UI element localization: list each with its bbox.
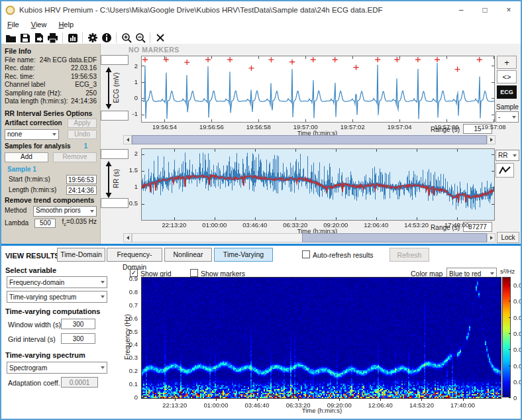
menu-help[interactable]: Help xyxy=(52,21,79,28)
add-sample-button[interactable]: Add xyxy=(5,152,48,162)
open-file-button[interactable] xyxy=(4,31,18,44)
window-width-input[interactable] xyxy=(61,319,95,329)
computations-title: Time-varying computations xyxy=(5,307,100,315)
title-bar: Kubios HRV Premium - C:\Users\Mika\Googl… xyxy=(1,1,521,19)
floppy-icon xyxy=(20,33,30,43)
folder-icon xyxy=(5,33,17,43)
adaptation-coeff-label: Adaptation coeff. xyxy=(8,379,60,387)
lambda-input[interactable] xyxy=(34,219,56,228)
samples-for-analysis-label: Samples for analysis xyxy=(5,142,71,151)
apply-button[interactable]: Apply xyxy=(68,119,97,128)
rr-ylabel: RR (s) xyxy=(113,152,120,205)
gear-icon xyxy=(87,32,98,43)
colorbar-unit-label: s²/Hz xyxy=(500,268,515,275)
rr-scrollbar-thumb[interactable] xyxy=(302,233,487,242)
method-select[interactable]: Smoothn priors xyxy=(33,206,97,217)
save-button[interactable] xyxy=(18,31,32,44)
select-variable-title: Select variable xyxy=(5,266,56,274)
preferences-button[interactable] xyxy=(85,31,99,44)
lambda-label: Lambda xyxy=(5,219,28,228)
close-x-icon xyxy=(156,33,165,42)
chevron-down-icon xyxy=(513,154,517,157)
chevron-down-icon xyxy=(101,281,105,284)
show-markers-checkbox[interactable] xyxy=(190,269,198,277)
remove-trend-title: Remove trend components xyxy=(5,196,97,205)
zoom-in-button[interactable] xyxy=(119,31,133,44)
artifact-correction-select[interactable]: none xyxy=(5,129,59,140)
close-file-button[interactable] xyxy=(153,31,167,44)
menu-view[interactable]: View xyxy=(25,21,53,28)
rr-scroll-right-arrow[interactable] xyxy=(487,233,496,242)
ecg-ylabel: ECG (mV) xyxy=(113,62,120,115)
colorbar xyxy=(502,277,511,397)
artifact-correction-label: Artifact correction xyxy=(5,119,62,128)
trend-view-button[interactable] xyxy=(496,163,514,178)
file-info-row: Data length (h:min:s):24:14:36 xyxy=(5,97,97,106)
rr-series-select[interactable]: RR xyxy=(496,150,519,161)
ecg-canvas[interactable] xyxy=(141,56,495,123)
sample-select[interactable]: - xyxy=(496,111,519,123)
ecg-scroll-left-arrow[interactable] xyxy=(123,135,132,144)
spectrogram-canvas[interactable] xyxy=(141,277,501,399)
show-grid-checkbox[interactable]: ✓ xyxy=(130,269,138,277)
file-info-row: Channel labelECG_3 xyxy=(5,81,97,89)
adaptation-coeff-input[interactable] xyxy=(61,377,98,388)
ecg-scrollbar-thumb[interactable] xyxy=(132,135,487,144)
tab-time-domain[interactable]: Time-Domain xyxy=(57,248,105,262)
remove-sample-button[interactable]: Remove xyxy=(53,152,97,162)
chevron-down-icon xyxy=(90,210,94,213)
file-info-title: File Info xyxy=(5,47,97,56)
ecg-axis-arrow-icon xyxy=(105,67,113,109)
window-width-label: Window width (s) xyxy=(8,321,61,329)
ecg-range-input[interactable] xyxy=(463,124,492,134)
toolbar-separator xyxy=(116,32,117,43)
close-button[interactable]: × xyxy=(497,1,521,19)
auto-refresh-label: Auto-refresh results xyxy=(313,251,374,259)
spectrum-method-select[interactable]: Spectrogram xyxy=(7,362,107,374)
tab-nonlinear[interactable]: Nonlinear xyxy=(164,248,212,262)
undo-button[interactable]: Undo xyxy=(68,130,97,139)
left-options-panel: File Info File name:24h ECG data.EDF Rec… xyxy=(1,44,101,244)
print-button[interactable] xyxy=(46,31,60,44)
rr-range-label: Range (s) xyxy=(420,224,460,231)
lock-button[interactable]: Lock xyxy=(497,232,519,243)
spectrogram-ylabel: Frequency (Hz) xyxy=(124,307,131,367)
maximize-button[interactable]: □ xyxy=(473,1,497,19)
menu-file[interactable]: File xyxy=(1,21,25,28)
menu-bar: File View Help xyxy=(1,19,521,30)
rr-canvas[interactable] xyxy=(141,148,495,221)
toolbar-separator xyxy=(82,32,83,43)
add-marker-button[interactable]: + xyxy=(497,56,517,69)
expand-range-button[interactable]: <> xyxy=(497,70,517,83)
toolbar-separator xyxy=(62,32,63,43)
variable-domain-select[interactable]: Frequency-domain xyxy=(7,276,107,288)
grid-interval-input[interactable] xyxy=(61,333,95,344)
tab-time-varying[interactable]: Time-Varying xyxy=(214,248,273,262)
toolbar-separator xyxy=(150,32,150,43)
export-results-button[interactable] xyxy=(32,31,46,44)
report-button[interactable] xyxy=(66,31,79,44)
file-info-row: File name:24h ECG data.EDF xyxy=(5,56,97,65)
chevron-down-icon xyxy=(52,133,56,136)
minimize-button[interactable]: – xyxy=(449,1,473,19)
auto-refresh-checkbox[interactable] xyxy=(302,250,310,258)
ecg-channel-button[interactable]: ECG xyxy=(497,85,517,99)
sample-length-input[interactable] xyxy=(66,185,97,195)
sample-start-label: Start (h:min:s) xyxy=(9,176,50,184)
chevron-down-icon xyxy=(512,116,516,119)
sample-title: Sample 1 xyxy=(7,166,97,174)
refresh-button[interactable]: Refresh xyxy=(390,248,429,262)
rr-range-input[interactable] xyxy=(463,222,492,232)
sample-start-input[interactable] xyxy=(66,175,97,184)
file-info-row: Rec. date:22.03.16 xyxy=(5,64,97,73)
sample-length-label: Length (h:min:s) xyxy=(9,186,56,195)
ecg-scroll-right-arrow[interactable] xyxy=(487,135,496,144)
zoom-out-button[interactable] xyxy=(133,31,147,44)
app-window: Kubios HRV Premium - C:\Users\Mika\Googl… xyxy=(0,0,522,420)
grid-interval-label: Grid interval (s) xyxy=(8,335,56,343)
rr-scroll-left-arrow[interactable] xyxy=(123,233,132,242)
tab-frequency-domain[interactable]: Frequency-Domain xyxy=(107,248,162,262)
about-button[interactable] xyxy=(99,31,113,44)
method-label: Method xyxy=(5,207,26,215)
variable-type-select[interactable]: Time-varying spectrum xyxy=(7,291,107,303)
